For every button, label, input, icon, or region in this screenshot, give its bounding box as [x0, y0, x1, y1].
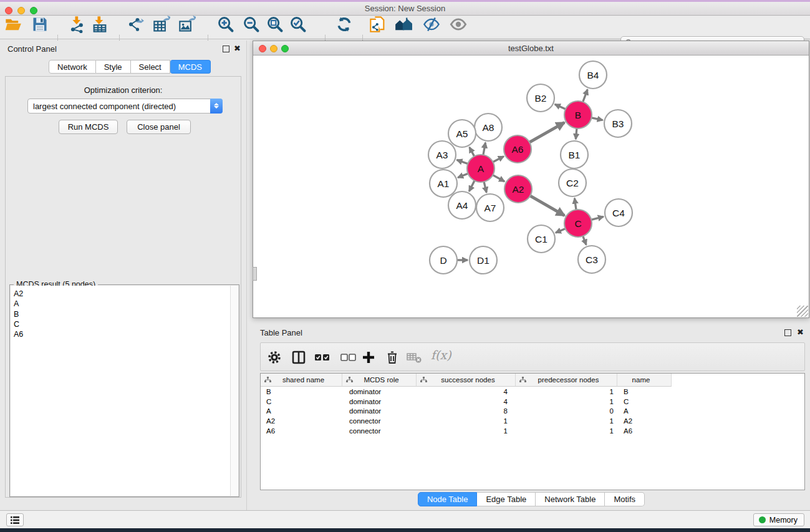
- close-network-window-icon[interactable]: [259, 45, 266, 52]
- edge-A-A8[interactable]: [483, 143, 486, 157]
- show-hide-blue-eye-icon[interactable]: [423, 16, 440, 33]
- tab-mcds[interactable]: MCDS: [170, 60, 211, 74]
- window-resize-grip[interactable]: [797, 306, 808, 317]
- node-A4[interactable]: A4: [448, 191, 476, 219]
- zoom-selected-icon[interactable]: [289, 16, 307, 33]
- cell[interactable]: 1: [516, 427, 617, 435]
- network-navigator-handle[interactable]: [253, 267, 257, 281]
- node-C3[interactable]: C3: [578, 246, 605, 273]
- edge-A-A6[interactable]: [492, 157, 504, 163]
- cell[interactable]: 1: [516, 398, 617, 405]
- node-C1[interactable]: C1: [528, 225, 555, 253]
- node-D1[interactable]: D1: [470, 246, 497, 274]
- delete-table-icon[interactable]: [407, 352, 423, 364]
- network-graph[interactable]: B4B2BB3A8A5A6A3B1AA1C2A2A4A7C4CC1C3DD1: [253, 56, 809, 317]
- cell[interactable]: dominator: [342, 388, 417, 395]
- settings-gear-icon[interactable]: [267, 350, 282, 365]
- minimize-network-window-icon[interactable]: [270, 45, 277, 52]
- cell[interactable]: B: [617, 388, 672, 395]
- node-C[interactable]: C: [564, 210, 592, 237]
- zoom-fit-icon[interactable]: [266, 16, 284, 33]
- tab-network-table[interactable]: Network Table: [536, 492, 605, 506]
- mcds-list-scrollbar[interactable]: [230, 286, 238, 496]
- close-panel-button[interactable]: Close panel: [127, 120, 191, 134]
- tab-edge-table[interactable]: Edge Table: [477, 492, 536, 506]
- column-header-MCDS-role[interactable]: MCDS role: [342, 374, 417, 387]
- cell[interactable]: 4: [417, 388, 516, 395]
- tab-network[interactable]: Network: [49, 60, 96, 74]
- cell[interactable]: 4: [417, 398, 516, 405]
- cell[interactable]: A: [617, 407, 672, 415]
- add-column-icon[interactable]: [361, 350, 376, 365]
- column-header-name[interactable]: name: [617, 374, 672, 387]
- edge-C-C4[interactable]: [590, 216, 603, 220]
- cell[interactable]: dominator: [342, 407, 417, 415]
- cell[interactable]: C: [617, 398, 672, 405]
- node-A1[interactable]: A1: [430, 170, 457, 197]
- tab-style[interactable]: Style: [96, 60, 131, 74]
- cell[interactable]: 1: [417, 427, 516, 435]
- close-window-icon[interactable]: [5, 7, 12, 14]
- column-header-shared-name[interactable]: shared name: [261, 374, 342, 387]
- open-file-icon[interactable]: [4, 16, 22, 33]
- tab-motifs[interactable]: Motifs: [605, 492, 645, 506]
- cell[interactable]: A6: [261, 427, 342, 435]
- cell[interactable]: A: [261, 407, 342, 415]
- node-A8[interactable]: A8: [475, 114, 502, 141]
- cell[interactable]: connector: [342, 417, 417, 425]
- import-network-icon[interactable]: [69, 16, 86, 33]
- deselect-all-checkboxes-icon[interactable]: [340, 350, 357, 365]
- close-panel-icon[interactable]: ✖: [234, 44, 241, 53]
- zoom-network-window-icon[interactable]: [281, 45, 289, 52]
- cell[interactable]: A2: [617, 417, 672, 425]
- mcds-result-item[interactable]: C: [11, 319, 238, 329]
- table-row[interactable]: Cdominator41C: [261, 397, 804, 407]
- memory-button[interactable]: Memory: [753, 513, 804, 526]
- node-A3[interactable]: A3: [428, 141, 456, 168]
- cell[interactable]: C: [261, 398, 342, 405]
- edge-A6-B[interactable]: [528, 122, 564, 143]
- node-A[interactable]: A: [467, 155, 494, 182]
- column-view-icon[interactable]: [291, 350, 306, 365]
- function-builder-icon[interactable]: f(x): [431, 348, 451, 362]
- task-history-button[interactable]: [6, 513, 24, 526]
- zoom-window-icon[interactable]: [30, 7, 37, 14]
- home-icon[interactable]: [395, 16, 412, 33]
- cell[interactable]: A2: [261, 417, 342, 425]
- table-row[interactable]: A6connector11A6: [261, 426, 804, 436]
- node-B2[interactable]: B2: [527, 84, 554, 112]
- node-A7[interactable]: A7: [476, 194, 504, 221]
- close-table-panel-icon[interactable]: ✖: [797, 327, 804, 337]
- zoom-out-icon[interactable]: [243, 16, 260, 33]
- table-row[interactable]: Bdominator41B: [261, 387, 804, 397]
- node-B1[interactable]: B1: [561, 141, 588, 168]
- node-C4[interactable]: C4: [605, 199, 632, 226]
- node-B4[interactable]: B4: [579, 61, 607, 89]
- cell[interactable]: 1: [516, 388, 617, 395]
- save-session-icon[interactable]: [31, 16, 49, 33]
- import-table-icon[interactable]: [91, 16, 108, 33]
- cell[interactable]: connector: [342, 427, 417, 435]
- cell[interactable]: 0: [516, 407, 617, 415]
- run-mcds-button[interactable]: Run MCDS: [59, 120, 118, 134]
- copy-network-icon[interactable]: [369, 16, 387, 33]
- edge-B-B4[interactable]: [582, 89, 587, 103]
- node-A6[interactable]: A6: [504, 135, 531, 163]
- node-A5[interactable]: A5: [448, 120, 476, 147]
- table-row[interactable]: A2connector11A2: [261, 416, 804, 426]
- criterion-dropdown[interactable]: largest connected component (directed): [27, 99, 223, 114]
- refresh-layout-icon[interactable]: [335, 16, 353, 33]
- node-table[interactable]: shared nameMCDS rolesuccessor nodesprede…: [260, 373, 805, 490]
- zoom-in-icon[interactable]: [217, 16, 234, 33]
- edge-B-B2[interactable]: [555, 104, 567, 110]
- mcds-result-list[interactable]: A2ABCA6: [11, 286, 238, 496]
- cell[interactable]: dominator: [342, 398, 417, 405]
- node-A2[interactable]: A2: [504, 175, 532, 203]
- export-network-icon[interactable]: [127, 16, 144, 33]
- export-table-icon[interactable]: [153, 16, 170, 33]
- delete-column-icon[interactable]: [385, 350, 400, 365]
- edge-A-A3[interactable]: [457, 160, 470, 164]
- float-panel-icon[interactable]: [223, 46, 229, 52]
- cell[interactable]: 1: [417, 417, 516, 425]
- select-all-checkboxes-icon[interactable]: [314, 350, 331, 365]
